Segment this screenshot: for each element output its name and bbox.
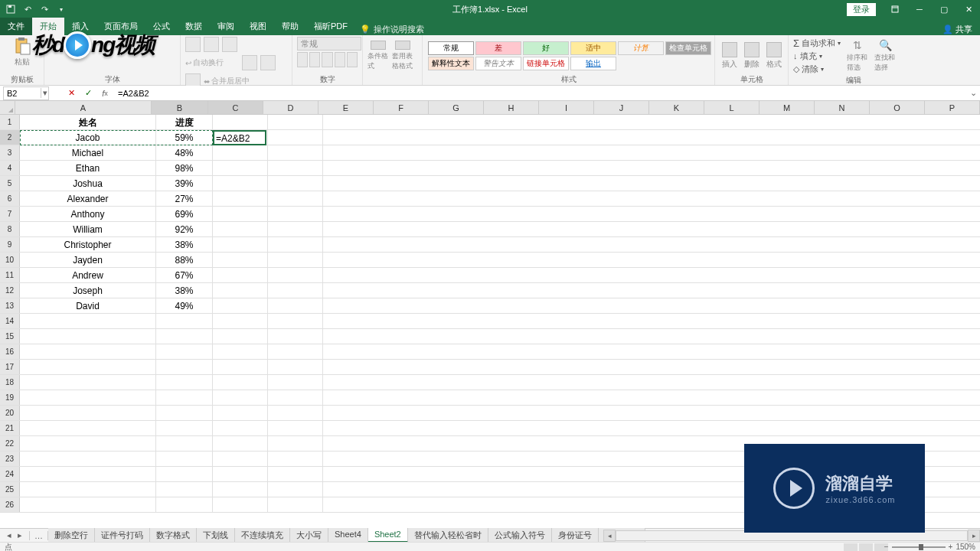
cell[interactable] [156,375,213,390]
cell[interactable] [213,421,268,435]
inc-decimal-button[interactable] [335,52,345,67]
cell[interactable] [268,268,323,282]
cell[interactable] [268,344,323,359]
merge-button[interactable]: ⬌合并后居中 [204,76,257,86]
cell[interactable] [20,390,156,405]
row-header[interactable]: 7 [0,207,20,221]
cell[interactable]: 39% [156,176,213,191]
row-header[interactable]: 3 [0,145,20,160]
normal-view-button[interactable] [844,543,858,551]
col-header-P[interactable]: P [925,101,980,114]
insert-cells-button[interactable]: 插入 [720,41,739,71]
cell[interactable] [213,145,268,160]
align-top-button[interactable] [185,37,201,52]
row-header[interactable]: 15 [0,329,20,344]
sort-filter-button[interactable]: ⇅排序和筛选 [847,41,868,71]
cell[interactable] [268,283,323,298]
close-icon[interactable]: ✕ [957,0,980,18]
col-header-J[interactable]: J [594,101,649,114]
minimize-icon[interactable]: ─ [908,0,931,18]
row-header[interactable]: 21 [0,421,20,435]
cell[interactable]: Anthony [20,207,156,221]
cell[interactable] [268,375,323,390]
cell[interactable] [20,329,156,344]
col-header-E[interactable]: E [318,101,374,114]
cell-style-item[interactable]: 链接单元格 [523,57,569,70]
cell[interactable] [20,406,156,420]
cond-format-button[interactable]: 条件格式 [368,41,389,71]
cell[interactable] [213,115,268,129]
col-header-N[interactable]: N [815,101,870,114]
row-header[interactable]: 5 [0,176,20,191]
login-button[interactable]: 登录 [847,3,876,16]
cell[interactable]: Ethan [20,161,156,175]
zoom-slider[interactable] [892,546,946,548]
cell[interactable] [213,191,268,206]
undo-icon[interactable]: ↶ [21,3,34,15]
sheet-tab[interactable]: 公式输入符号 [488,528,552,543]
paste-button[interactable]: 粘贴 [11,37,33,67]
cell[interactable] [20,360,156,374]
percent-button[interactable] [309,52,320,67]
row-header[interactable]: 25 [0,482,20,497]
sheet-tab[interactable]: 证件号打码 [95,528,150,543]
cell[interactable] [213,253,268,267]
sheet-tab[interactable]: 数字格式 [150,528,197,543]
cell-style-item[interactable]: 输出 [570,57,616,70]
redo-icon[interactable]: ↷ [38,3,51,15]
tab-foxit[interactable]: 福昕PDF [306,18,355,35]
wrap-text-button[interactable]: ↩自动换行 [185,57,239,68]
sheet-tab[interactable]: 身份证号 [552,528,599,543]
cell[interactable] [268,145,323,160]
col-header-A[interactable]: A [15,101,152,114]
cell[interactable] [156,329,213,344]
comma-button[interactable] [322,52,332,67]
col-header-K[interactable]: K [649,101,704,114]
cell[interactable]: William [20,222,156,236]
cell[interactable] [213,176,268,191]
row-header[interactable]: 19 [0,390,20,405]
col-header-B[interactable]: B [152,101,208,114]
cell[interactable] [156,406,213,420]
cell[interactable] [213,390,268,405]
col-header-H[interactable]: H [484,101,539,114]
col-header-M[interactable]: M [760,101,815,114]
row-header[interactable]: 4 [0,161,20,175]
cell[interactable] [156,436,213,451]
cell-style-item[interactable]: 计算 [618,41,664,55]
cell[interactable] [156,421,213,435]
row-header[interactable]: 23 [0,452,20,466]
cell[interactable] [268,390,323,405]
sheet-tab[interactable]: 删除空行 [48,528,95,543]
cell[interactable]: Jayden [20,253,156,267]
cell[interactable] [213,298,268,313]
cell[interactable] [268,329,323,344]
cell[interactable] [213,161,268,175]
table-format-button[interactable]: 套用表格格式 [392,41,413,71]
cell[interactable]: 69% [156,207,213,221]
cell[interactable]: 38% [156,283,213,298]
sheet-tab[interactable]: Sheet2 [368,528,408,543]
cell[interactable] [268,253,323,267]
cell[interactable] [20,452,156,466]
sheet-tab[interactable]: 替代输入轻松省时 [408,528,488,543]
cell[interactable] [156,482,213,497]
col-header-O[interactable]: O [870,101,925,114]
cell[interactable] [156,344,213,359]
cell[interactable] [268,436,323,451]
row-header[interactable]: 14 [0,314,20,328]
zoom-level[interactable]: 150% [956,543,975,551]
cell-style-item[interactable]: 差 [475,41,521,55]
cell[interactable]: 姓名 [20,115,156,129]
cell[interactable]: 67% [156,268,213,282]
row-header[interactable]: 8 [0,222,20,236]
cell[interactable]: Andrew [20,268,156,282]
cell[interactable]: 38% [156,237,213,252]
row-header[interactable]: 11 [0,268,20,282]
format-cells-button[interactable]: 格式 [764,41,783,71]
align-center-button[interactable] [260,55,276,70]
active-cell-edit[interactable]: =A2&B2 [213,130,266,145]
sheet-tabs-overflow[interactable]: … [29,531,48,540]
name-box[interactable]: B2 ▾ [3,86,49,100]
page-layout-view-button[interactable] [859,543,873,551]
